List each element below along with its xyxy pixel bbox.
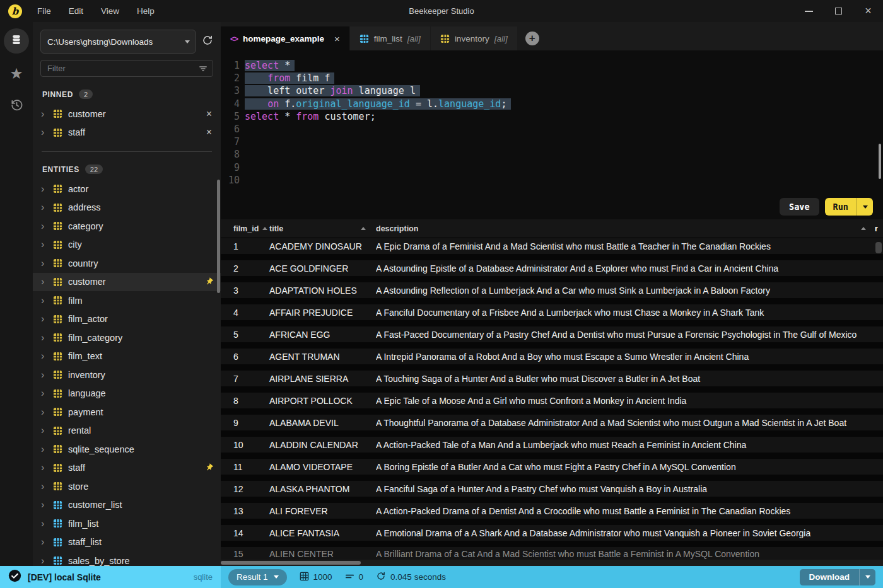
table-row[interactable]: 2ACE GOLDFINGERA Astounding Epistle of a… (221, 260, 883, 282)
cell-title[interactable]: AFRICAN EGG (269, 330, 376, 340)
chevron-right-icon[interactable]: › (41, 556, 52, 566)
cell-title[interactable]: ALABAMA DEVIL (269, 418, 376, 428)
cell-title[interactable]: ACADEMY DINOSAUR (269, 241, 376, 251)
table-row[interactable]: 3ADAPTATION HOLESA Astounding Reflection… (221, 282, 883, 304)
sidebar-item-language[interactable]: ›language (33, 384, 221, 403)
cell-title[interactable]: ACE GOLDFINGER (269, 263, 376, 274)
cell-film-id[interactable]: 5 (221, 330, 269, 340)
table-row[interactable]: 8AIRPORT POLLOCKA Epic Tale of a Moose A… (221, 393, 883, 415)
download-dropdown-button[interactable] (860, 575, 875, 579)
table-row[interactable]: 4AFFAIR PREJUDICEA Fanciful Documentary … (221, 304, 883, 326)
close-button[interactable]: × (853, 0, 883, 22)
chevron-right-icon[interactable]: › (41, 296, 52, 306)
cell-description[interactable]: A Emotional Drama of a A Shark And a Dat… (376, 528, 883, 538)
cell-description[interactable]: A Brilliant Drama of a Cat And a Mad Sci… (376, 549, 883, 559)
download-button[interactable]: Download (800, 569, 876, 585)
editor-line[interactable] (245, 174, 511, 187)
cell-film-id[interactable]: 7 (221, 374, 269, 384)
table-row[interactable]: 1ACADEMY DINOSAURA Epic Drama of a Femin… (221, 238, 883, 260)
unpin-close-icon[interactable]: × (206, 109, 212, 119)
code-area[interactable]: select * from film f left outer join lan… (245, 59, 511, 187)
filter-input[interactable] (40, 60, 213, 77)
menu-help[interactable]: Help (137, 6, 155, 16)
sidebar-item-film[interactable]: ›film (33, 291, 221, 310)
cell-film-id[interactable]: 12 (221, 484, 269, 494)
cell-film-id[interactable]: 6 (221, 352, 269, 362)
column-header-title[interactable]: title (269, 224, 376, 233)
chevron-right-icon[interactable]: › (41, 519, 52, 529)
table-row[interactable]: 10ALADDIN CALENDARA Action-Packed Tale o… (221, 437, 883, 459)
new-tab-button[interactable]: + (525, 32, 539, 45)
chevron-right-icon[interactable]: › (41, 314, 52, 324)
tab-film_list[interactable]: film_list[all] (350, 26, 430, 50)
run-dropdown-button[interactable] (857, 205, 873, 209)
editor-line[interactable] (245, 135, 511, 148)
editor-line[interactable]: on f.original_language_id = l.language_i… (245, 98, 511, 110)
column-header-film-id[interactable]: film_id (221, 224, 269, 233)
cell-title[interactable]: ALAMO VIDEOTAPE (269, 462, 376, 472)
history-rail-button[interactable] (9, 98, 24, 115)
cell-film-id[interactable]: 15 (221, 549, 269, 559)
unpin-close-icon[interactable]: × (206, 127, 212, 137)
chevron-right-icon[interactable]: › (41, 463, 52, 473)
tab-inventory[interactable]: inventory[all] (431, 26, 517, 50)
editor-line[interactable] (245, 148, 511, 161)
cell-film-id[interactable]: 9 (221, 418, 269, 428)
pin-icon[interactable] (204, 277, 214, 287)
table-row[interactable]: 15ALIEN CENTERA Brilliant Drama of a Cat… (221, 547, 883, 560)
column-header-partial[interactable]: r (875, 224, 883, 233)
sidebar-item-film_list[interactable]: ›film_list (33, 514, 221, 533)
maximize-button[interactable] (824, 0, 853, 22)
chevron-right-icon[interactable]: › (41, 333, 52, 343)
cell-description[interactable]: A Boring Epistle of a Butler And a Cat w… (376, 462, 883, 472)
sidebar-item-film_text[interactable]: ›film_text (33, 347, 221, 366)
cell-description[interactable]: A Fast-Paced Documentary of a Pastry Che… (376, 330, 883, 340)
cell-title[interactable]: ALI FOREVER (269, 506, 376, 516)
minimize-button[interactable] (794, 0, 824, 22)
sidebar-item-address[interactable]: ›address (33, 199, 221, 217)
tab-close-icon[interactable]: × (334, 33, 340, 44)
cell-title[interactable]: ALADDIN CALENDAR (269, 440, 376, 450)
chevron-right-icon[interactable]: › (41, 444, 52, 454)
chevron-right-icon[interactable]: › (41, 351, 52, 361)
sidebar-item-category[interactable]: ›category (33, 217, 221, 236)
chevron-right-icon[interactable]: › (41, 537, 52, 547)
menu-file[interactable]: File (37, 6, 51, 16)
sidebar-item-customer[interactable]: ›customer (33, 273, 221, 292)
chevron-right-icon[interactable]: › (41, 202, 52, 212)
table-row[interactable]: 14ALICE FANTASIAA Emotional Drama of a A… (221, 525, 883, 547)
chevron-right-icon[interactable]: › (41, 239, 52, 250)
table-row[interactable]: 9ALABAMA DEVILA Thoughtful Panorama of a… (221, 415, 883, 437)
sidebar-item-payment[interactable]: ›payment (33, 403, 221, 422)
cell-description[interactable]: A Astounding Epistle of a Database Admin… (376, 263, 883, 274)
menu-edit[interactable]: Edit (69, 6, 83, 16)
sidebar-item-staff[interactable]: ›staff (33, 459, 221, 478)
chevron-right-icon[interactable]: › (41, 221, 52, 231)
editor-line[interactable]: left outer join language l (245, 84, 511, 97)
sidebar-item-customer_list[interactable]: ›customer_list (33, 496, 221, 515)
cell-film-id[interactable]: 14 (221, 528, 269, 538)
cell-title[interactable]: ALASKA PHANTOM (269, 484, 376, 494)
cell-title[interactable]: ALIEN CENTER (269, 549, 376, 559)
sidebar-item-customer[interactable]: ›customer× (33, 105, 221, 124)
save-button[interactable]: Save (780, 198, 819, 216)
cell-description[interactable]: A Action-Packed Tale of a Man And a Lumb… (376, 440, 883, 450)
sidebar-item-film_category[interactable]: ›film_category (33, 328, 221, 347)
editor-line[interactable]: from film f (245, 72, 511, 84)
column-header-description[interactable]: description (376, 224, 875, 233)
chevron-right-icon[interactable]: › (41, 370, 52, 380)
tab-homepage_example[interactable]: <>homepage_example× (221, 26, 349, 50)
cell-title[interactable]: AFFAIR PREJUDICE (269, 308, 376, 318)
table-row[interactable]: 12ALASKA PHANTOMA Fanciful Saga of a Hun… (221, 481, 883, 503)
sidebar-item-city[interactable]: ›city (33, 236, 221, 255)
pin-icon[interactable] (204, 463, 214, 473)
cell-film-id[interactable]: 13 (221, 506, 269, 516)
sidebar-item-staff_list[interactable]: ›staff_list (33, 533, 221, 552)
chevron-right-icon[interactable]: › (41, 481, 52, 492)
sql-editor[interactable]: 12345678910 select * from film f left ou… (221, 50, 883, 219)
table-row[interactable]: 13ALI FOREVERA Action-Packed Drama of a … (221, 503, 883, 525)
cell-description[interactable]: A Epic Tale of a Moose And a Girl who mu… (376, 396, 883, 406)
chevron-right-icon[interactable]: › (41, 109, 52, 119)
cell-description[interactable]: A Intrepid Panorama of a Robot And a Boy… (376, 352, 883, 362)
sidebar-item-actor[interactable]: ›actor (33, 180, 221, 199)
